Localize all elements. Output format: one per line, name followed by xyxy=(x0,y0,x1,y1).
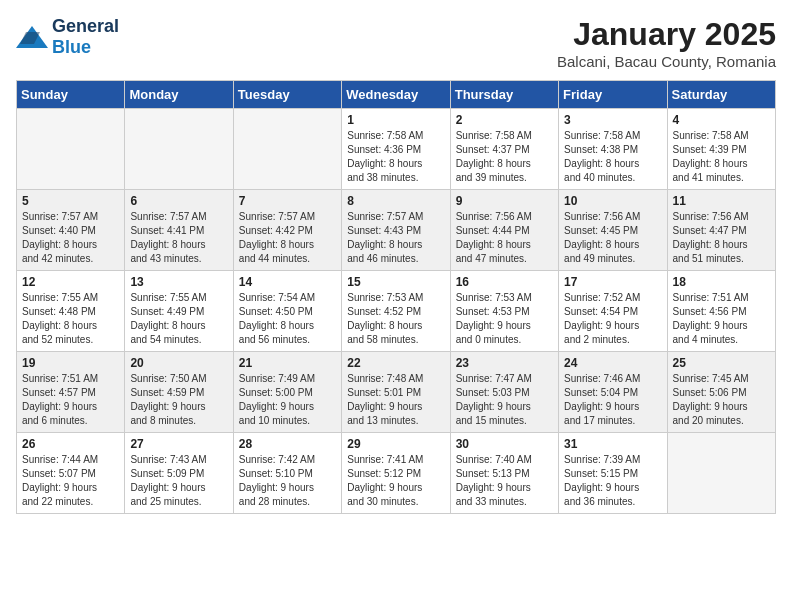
day-number: 13 xyxy=(130,275,227,289)
day-info: Sunrise: 7:53 AM Sunset: 4:53 PM Dayligh… xyxy=(456,291,553,347)
day-info: Sunrise: 7:51 AM Sunset: 4:56 PM Dayligh… xyxy=(673,291,770,347)
day-number: 21 xyxy=(239,356,336,370)
calendar-header-row: SundayMondayTuesdayWednesdayThursdayFrid… xyxy=(17,81,776,109)
day-number: 27 xyxy=(130,437,227,451)
calendar-cell: 18Sunrise: 7:51 AM Sunset: 4:56 PM Dayli… xyxy=(667,271,775,352)
day-number: 1 xyxy=(347,113,444,127)
calendar-table: SundayMondayTuesdayWednesdayThursdayFrid… xyxy=(16,80,776,514)
calendar-cell: 20Sunrise: 7:50 AM Sunset: 4:59 PM Dayli… xyxy=(125,352,233,433)
calendar-cell: 27Sunrise: 7:43 AM Sunset: 5:09 PM Dayli… xyxy=(125,433,233,514)
calendar-week-row: 19Sunrise: 7:51 AM Sunset: 4:57 PM Dayli… xyxy=(17,352,776,433)
day-number: 11 xyxy=(673,194,770,208)
calendar-cell: 22Sunrise: 7:48 AM Sunset: 5:01 PM Dayli… xyxy=(342,352,450,433)
day-info: Sunrise: 7:58 AM Sunset: 4:37 PM Dayligh… xyxy=(456,129,553,185)
day-number: 25 xyxy=(673,356,770,370)
day-number: 7 xyxy=(239,194,336,208)
calendar-cell: 6Sunrise: 7:57 AM Sunset: 4:41 PM Daylig… xyxy=(125,190,233,271)
day-info: Sunrise: 7:57 AM Sunset: 4:40 PM Dayligh… xyxy=(22,210,119,266)
calendar-cell: 4Sunrise: 7:58 AM Sunset: 4:39 PM Daylig… xyxy=(667,109,775,190)
calendar-cell: 31Sunrise: 7:39 AM Sunset: 5:15 PM Dayli… xyxy=(559,433,667,514)
calendar-cell: 5Sunrise: 7:57 AM Sunset: 4:40 PM Daylig… xyxy=(17,190,125,271)
calendar-cell: 1Sunrise: 7:58 AM Sunset: 4:36 PM Daylig… xyxy=(342,109,450,190)
day-info: Sunrise: 7:58 AM Sunset: 4:36 PM Dayligh… xyxy=(347,129,444,185)
day-info: Sunrise: 7:41 AM Sunset: 5:12 PM Dayligh… xyxy=(347,453,444,509)
day-info: Sunrise: 7:56 AM Sunset: 4:44 PM Dayligh… xyxy=(456,210,553,266)
day-header-sunday: Sunday xyxy=(17,81,125,109)
day-number: 16 xyxy=(456,275,553,289)
calendar-cell: 12Sunrise: 7:55 AM Sunset: 4:48 PM Dayli… xyxy=(17,271,125,352)
day-number: 22 xyxy=(347,356,444,370)
logo-icon xyxy=(16,26,48,48)
calendar-week-row: 5Sunrise: 7:57 AM Sunset: 4:40 PM Daylig… xyxy=(17,190,776,271)
calendar-title: January 2025 xyxy=(557,16,776,53)
day-number: 8 xyxy=(347,194,444,208)
calendar-cell: 25Sunrise: 7:45 AM Sunset: 5:06 PM Dayli… xyxy=(667,352,775,433)
day-header-saturday: Saturday xyxy=(667,81,775,109)
calendar-week-row: 1Sunrise: 7:58 AM Sunset: 4:36 PM Daylig… xyxy=(17,109,776,190)
day-number: 12 xyxy=(22,275,119,289)
day-number: 3 xyxy=(564,113,661,127)
calendar-cell: 24Sunrise: 7:46 AM Sunset: 5:04 PM Dayli… xyxy=(559,352,667,433)
day-number: 29 xyxy=(347,437,444,451)
calendar-cell: 9Sunrise: 7:56 AM Sunset: 4:44 PM Daylig… xyxy=(450,190,558,271)
day-info: Sunrise: 7:51 AM Sunset: 4:57 PM Dayligh… xyxy=(22,372,119,428)
day-number: 28 xyxy=(239,437,336,451)
day-info: Sunrise: 7:46 AM Sunset: 5:04 PM Dayligh… xyxy=(564,372,661,428)
calendar-cell: 15Sunrise: 7:53 AM Sunset: 4:52 PM Dayli… xyxy=(342,271,450,352)
day-info: Sunrise: 7:50 AM Sunset: 4:59 PM Dayligh… xyxy=(130,372,227,428)
day-info: Sunrise: 7:45 AM Sunset: 5:06 PM Dayligh… xyxy=(673,372,770,428)
day-header-monday: Monday xyxy=(125,81,233,109)
day-info: Sunrise: 7:55 AM Sunset: 4:48 PM Dayligh… xyxy=(22,291,119,347)
calendar-cell: 29Sunrise: 7:41 AM Sunset: 5:12 PM Dayli… xyxy=(342,433,450,514)
day-header-thursday: Thursday xyxy=(450,81,558,109)
day-info: Sunrise: 7:42 AM Sunset: 5:10 PM Dayligh… xyxy=(239,453,336,509)
calendar-cell: 13Sunrise: 7:55 AM Sunset: 4:49 PM Dayli… xyxy=(125,271,233,352)
calendar-cell: 21Sunrise: 7:49 AM Sunset: 5:00 PM Dayli… xyxy=(233,352,341,433)
day-number: 23 xyxy=(456,356,553,370)
day-number: 9 xyxy=(456,194,553,208)
logo-blue-text: Blue xyxy=(52,37,91,57)
calendar-cell xyxy=(233,109,341,190)
day-header-tuesday: Tuesday xyxy=(233,81,341,109)
calendar-cell: 2Sunrise: 7:58 AM Sunset: 4:37 PM Daylig… xyxy=(450,109,558,190)
calendar-cell xyxy=(17,109,125,190)
day-info: Sunrise: 7:57 AM Sunset: 4:43 PM Dayligh… xyxy=(347,210,444,266)
title-block: January 2025 Balcani, Bacau County, Roma… xyxy=(557,16,776,70)
calendar-body: 1Sunrise: 7:58 AM Sunset: 4:36 PM Daylig… xyxy=(17,109,776,514)
day-number: 30 xyxy=(456,437,553,451)
day-number: 5 xyxy=(22,194,119,208)
day-info: Sunrise: 7:49 AM Sunset: 5:00 PM Dayligh… xyxy=(239,372,336,428)
day-info: Sunrise: 7:58 AM Sunset: 4:38 PM Dayligh… xyxy=(564,129,661,185)
logo: General Blue xyxy=(16,16,119,58)
day-number: 4 xyxy=(673,113,770,127)
logo-general-text: General xyxy=(52,16,119,36)
calendar-cell: 17Sunrise: 7:52 AM Sunset: 4:54 PM Dayli… xyxy=(559,271,667,352)
calendar-cell: 16Sunrise: 7:53 AM Sunset: 4:53 PM Dayli… xyxy=(450,271,558,352)
calendar-cell: 23Sunrise: 7:47 AM Sunset: 5:03 PM Dayli… xyxy=(450,352,558,433)
calendar-cell xyxy=(667,433,775,514)
day-number: 19 xyxy=(22,356,119,370)
calendar-cell: 10Sunrise: 7:56 AM Sunset: 4:45 PM Dayli… xyxy=(559,190,667,271)
day-info: Sunrise: 7:48 AM Sunset: 5:01 PM Dayligh… xyxy=(347,372,444,428)
calendar-week-row: 12Sunrise: 7:55 AM Sunset: 4:48 PM Dayli… xyxy=(17,271,776,352)
day-number: 6 xyxy=(130,194,227,208)
calendar-cell: 28Sunrise: 7:42 AM Sunset: 5:10 PM Dayli… xyxy=(233,433,341,514)
day-number: 14 xyxy=(239,275,336,289)
calendar-cell: 11Sunrise: 7:56 AM Sunset: 4:47 PM Dayli… xyxy=(667,190,775,271)
calendar-cell: 26Sunrise: 7:44 AM Sunset: 5:07 PM Dayli… xyxy=(17,433,125,514)
calendar-subtitle: Balcani, Bacau County, Romania xyxy=(557,53,776,70)
day-info: Sunrise: 7:57 AM Sunset: 4:41 PM Dayligh… xyxy=(130,210,227,266)
calendar-week-row: 26Sunrise: 7:44 AM Sunset: 5:07 PM Dayli… xyxy=(17,433,776,514)
calendar-cell: 3Sunrise: 7:58 AM Sunset: 4:38 PM Daylig… xyxy=(559,109,667,190)
day-number: 20 xyxy=(130,356,227,370)
day-info: Sunrise: 7:39 AM Sunset: 5:15 PM Dayligh… xyxy=(564,453,661,509)
day-number: 24 xyxy=(564,356,661,370)
day-info: Sunrise: 7:40 AM Sunset: 5:13 PM Dayligh… xyxy=(456,453,553,509)
day-number: 31 xyxy=(564,437,661,451)
day-info: Sunrise: 7:53 AM Sunset: 4:52 PM Dayligh… xyxy=(347,291,444,347)
calendar-cell: 19Sunrise: 7:51 AM Sunset: 4:57 PM Dayli… xyxy=(17,352,125,433)
day-info: Sunrise: 7:52 AM Sunset: 4:54 PM Dayligh… xyxy=(564,291,661,347)
day-number: 15 xyxy=(347,275,444,289)
page-header: General Blue January 2025 Balcani, Bacau… xyxy=(16,16,776,70)
day-info: Sunrise: 7:57 AM Sunset: 4:42 PM Dayligh… xyxy=(239,210,336,266)
